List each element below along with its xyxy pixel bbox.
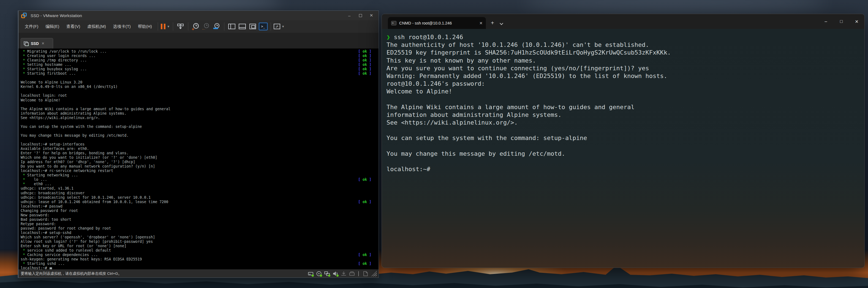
take-snapshot-button[interactable]: ＋: [191, 22, 200, 31]
tab-dropdown-icon[interactable]: [500, 22, 503, 25]
vm-console-line: New password:: [21, 213, 378, 218]
terminal-titlebar[interactable]: > CNMD - ssh root@10.0.1.246 ✕ + – □ ✕: [382, 14, 864, 29]
terminal-line: [386, 157, 864, 165]
terminal-line: Are you sure you want to continue connec…: [386, 64, 864, 72]
vm-console-screen[interactable]: * Migrating /var/lock to /run/lock ...[ …: [19, 49, 378, 269]
toolbar-separator: [188, 22, 188, 31]
terminal-line: [386, 142, 864, 150]
ok-status-badge: [ ok ]: [358, 63, 371, 67]
terminal-close-button[interactable]: ✕: [849, 14, 864, 29]
vm-console-line: You can setup the system with the comman…: [21, 124, 378, 129]
device-connected-dot: [328, 275, 330, 277]
manage-snapshots-button[interactable]: [212, 22, 221, 31]
terminal-screen[interactable]: ❯ ssh root@10.0.1.246The authenticity of…: [382, 29, 864, 268]
menu-item[interactable]: 文件(F): [21, 22, 42, 31]
vm-console-line: [21, 138, 378, 142]
toolbar-separator: [173, 22, 173, 31]
ok-status-badge: [ ok ]: [358, 67, 371, 71]
fullscreen-icon: [249, 24, 256, 29]
terminal-line: Welcome to Alpine!: [386, 88, 864, 95]
vmware-menubar: 文件(F)编辑(E)查看(V)虚拟机(M)选项卡(T)帮助(H) ▼ ＋: [19, 20, 378, 33]
vmware-maximize-button[interactable]: [355, 11, 366, 19]
console-view-button[interactable]: >_: [258, 22, 268, 31]
vmware-window: SSD - VMware Workstation – ✕ 文件(F)编辑(E)查…: [18, 10, 379, 278]
terminal-maximize-button[interactable]: □: [834, 14, 849, 29]
menu-item[interactable]: 帮助(H): [134, 22, 156, 31]
terminal-app-icon: >: [391, 21, 396, 25]
new-tab-button[interactable]: +: [491, 20, 494, 26]
toolbar-separator: [158, 22, 158, 31]
vm-console-line: localhost:~# passwd: [21, 204, 378, 209]
vm-console-line: Retype password:: [21, 222, 378, 226]
fullscreen-button[interactable]: [248, 22, 257, 31]
terminal-line: ❯ ssh root@10.0.1.246: [386, 33, 864, 41]
text-cursor: [50, 267, 52, 269]
vm-tab-label: SSD: [31, 41, 39, 46]
vm-console-line: * Setting hostname ...[ ok ]: [21, 63, 378, 67]
vm-console-line: passwd: password for root changed by roo…: [21, 226, 378, 231]
vm-console-line: localhost login: root: [21, 93, 378, 98]
terminal-line: This key is not known by any other names…: [386, 57, 864, 64]
toolbar-separator: [224, 22, 224, 31]
vm-console-line: * Starting sshd ...[ ok ]: [21, 262, 378, 266]
terminal-minimize-button[interactable]: –: [818, 14, 834, 29]
revert-snapshot-button[interactable]: ←: [202, 22, 211, 31]
hard-disk-icon[interactable]: [307, 271, 314, 277]
vmware-statusbar: 要将输入定向到该虚拟机，请在虚拟机内部单击或按 Ctrl+G。: [19, 269, 378, 278]
vm-console-line: Ip address for eth0? (or 'dhcp', 'none',…: [21, 160, 378, 164]
vm-console-line: ssh-keygen: generating new host keys: RS…: [21, 257, 378, 262]
vm-console-line: localhost:~# rc-service networking resta…: [21, 169, 378, 173]
vm-console-line: Kernel 6.6.49-0-lts on an x86_64 (/dev/t…: [21, 85, 378, 89]
menu-item[interactable]: 选项卡(T): [110, 22, 134, 31]
vm-console-line: Welcome to Alpine!: [21, 98, 378, 103]
terminal-line: The Alpine Wiki contains a large amount …: [386, 103, 864, 111]
terminal-tab[interactable]: > CNMD - ssh root@10.0.1.246 ✕: [388, 17, 486, 29]
send-ctrl-alt-del-button[interactable]: [176, 22, 185, 31]
ok-status-badge: [ ok ]: [358, 49, 371, 54]
terminal-line: information about administrating Alpine …: [386, 111, 864, 119]
vmware-tabbar: SSD ✕: [19, 33, 378, 49]
pause-icon: [161, 24, 165, 29]
menu-item[interactable]: 查看(V): [63, 22, 84, 31]
vm-console-line: * lo ...[ ok ]: [21, 177, 378, 182]
vm-console-line: localhost:~# setup-sshd: [21, 231, 378, 235]
vmware-minimize-button[interactable]: –: [344, 11, 355, 19]
printer-icon[interactable]: [348, 271, 355, 277]
shell-prompt-icon: ❯: [386, 34, 390, 40]
vm-console-line: [21, 103, 378, 107]
bottom-panel-icon: [239, 24, 246, 29]
terminal-line: root@10.0.1.246's password:: [386, 80, 864, 88]
resize-grip[interactable]: [371, 271, 377, 277]
terminal-line: See <https://wiki.alpinelinux.org/>.: [386, 119, 864, 126]
show-library-button[interactable]: [227, 22, 237, 31]
pause-vm-button[interactable]: ▼: [161, 22, 170, 31]
vm-tab-ssd[interactable]: SSD ✕: [21, 38, 53, 49]
plus-badge-icon: ＋: [191, 27, 195, 31]
network-adapter-icon[interactable]: [324, 271, 330, 277]
vmware-logo-icon: [21, 13, 27, 18]
close-tab-icon[interactable]: ✕: [41, 41, 44, 46]
terminal-line: You may change this message by editing /…: [386, 150, 864, 157]
menu-item[interactable]: 编辑(E): [42, 22, 63, 31]
vmware-titlebar[interactable]: SSD - VMware Workstation – ✕: [19, 11, 378, 20]
left-panel-icon: [228, 24, 236, 29]
vm-console-line: udhcpc: started, v1.36.1: [21, 186, 378, 191]
cd-rom-icon[interactable]: [315, 271, 322, 277]
usb-icon[interactable]: [340, 271, 347, 277]
vm-console-line: Changing password for root: [21, 209, 378, 213]
vmware-close-button[interactable]: ✕: [366, 11, 377, 19]
show-thumbnail-bar-button[interactable]: [238, 22, 247, 31]
vm-console-line: udhcpc: broadcasting discover: [21, 191, 378, 195]
vm-console-line: The Alpine Wiki contains a large amount …: [21, 107, 378, 111]
menu-item[interactable]: 虚拟机(M): [84, 22, 110, 31]
device-connected-dot: [336, 275, 339, 277]
sound-icon[interactable]: [332, 271, 339, 277]
ok-status-badge: [ ok ]: [358, 71, 371, 76]
ok-status-badge: [ ok ]: [358, 262, 371, 266]
fit-guest-button[interactable]: ⇗ ▼: [274, 22, 285, 31]
terminal-line: localhost:~#: [386, 165, 864, 173]
message-log-icon[interactable]: [362, 271, 369, 277]
toolbar-separator: [271, 22, 271, 31]
close-tab-icon[interactable]: ✕: [479, 21, 483, 25]
vm-console-line: Allow root ssh login? ('?' for help) [pr…: [21, 239, 378, 244]
